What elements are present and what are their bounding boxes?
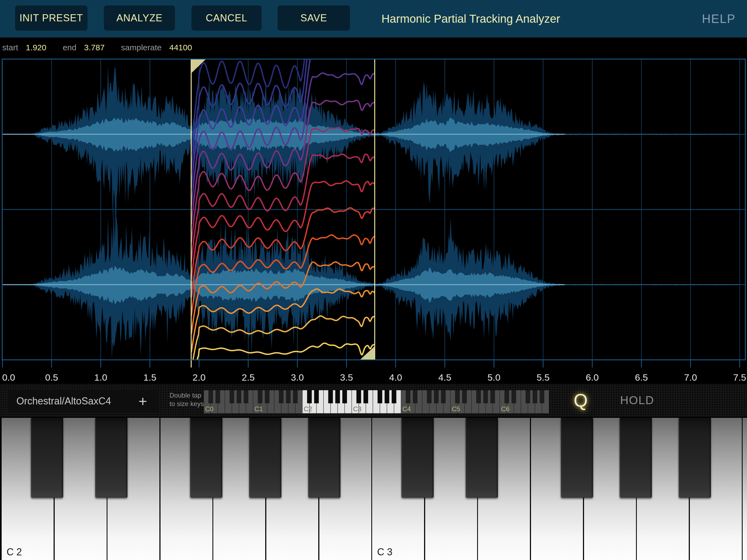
waveform-body-channel2 — [3, 266, 738, 305]
axis-label-2.0: 2.0 — [192, 372, 205, 383]
mini-black-key[interactable] — [363, 390, 368, 403]
axis-label-4.0: 4.0 — [389, 372, 402, 383]
start-value: 1.920 — [26, 43, 46, 52]
mini-black-key[interactable] — [413, 390, 417, 403]
mini-black-key[interactable] — [378, 390, 382, 403]
mini-black-key[interactable] — [455, 390, 460, 403]
keyboard-size-hint: Double tap to size keys — [170, 391, 204, 408]
black-key[interactable] — [190, 418, 222, 498]
mini-black-key[interactable] — [385, 390, 389, 403]
axis-label-1.5: 1.5 — [144, 372, 156, 383]
save-button[interactable]: SAVE — [278, 5, 350, 31]
axis-label-6.5: 6.5 — [635, 372, 648, 383]
axis-label-3.0: 3.0 — [291, 372, 304, 383]
selection-end-handle[interactable] — [360, 346, 375, 360]
axis-label-5.0: 5.0 — [488, 372, 500, 383]
mini-black-key[interactable] — [462, 390, 467, 403]
partial-tracks-group — [191, 0, 374, 384]
waveform-peaks-channel2 — [3, 207, 738, 359]
mini-black-key[interactable] — [335, 390, 340, 403]
axis-label-7.0: 7.0 — [684, 372, 697, 383]
preset-selector[interactable]: Orchestral/AltoSaxC4 + — [8, 389, 159, 413]
mini-black-key[interactable] — [427, 390, 432, 403]
partial-track-7 — [191, 181, 374, 279]
mini-black-key[interactable] — [286, 390, 291, 403]
partial-track-3 — [191, 289, 374, 352]
mini-black-key[interactable] — [342, 390, 347, 403]
quantize-button[interactable]: Q — [574, 384, 588, 417]
mini-black-key[interactable] — [314, 390, 319, 403]
analyze-button[interactable]: ANALYZE — [104, 5, 175, 31]
black-key[interactable] — [95, 418, 127, 498]
mini-black-key[interactable] — [476, 390, 481, 403]
waveform-peaks-channel1 — [3, 66, 738, 236]
selection-info-row: start 1.920 end 3.787 samplerate 44100 — [2, 42, 200, 54]
init-preset-button[interactable]: INIT PRESET — [15, 5, 87, 31]
mini-black-key[interactable] — [441, 390, 446, 403]
mini-black-key[interactable] — [236, 390, 241, 403]
axis-label-7.5: 7.5 — [733, 372, 746, 383]
mini-octave-label-C4: C4 — [403, 405, 411, 413]
hold-toggle[interactable]: HOLD — [620, 384, 654, 417]
mini-black-key[interactable] — [258, 390, 262, 403]
waveform-plot[interactable]: 0.00.51.01.52.02.53.03.54.04.55.05.56.06… — [0, 0, 747, 384]
mini-black-key[interactable] — [279, 390, 284, 403]
mini-black-key[interactable] — [533, 390, 537, 403]
black-key[interactable] — [620, 418, 652, 498]
mini-octave-label-C5: C5 — [452, 405, 460, 413]
waveform-body-channel1 — [3, 118, 738, 152]
selection-start-handle[interactable] — [191, 59, 206, 73]
mini-octave-label-C3: C3 — [353, 405, 361, 413]
partial-track-5 — [191, 235, 374, 315]
mini-black-key[interactable] — [406, 390, 410, 403]
axis-label-5.5: 5.5 — [537, 372, 549, 383]
mini-black-key[interactable] — [490, 390, 495, 403]
black-key[interactable] — [249, 418, 281, 498]
black-key[interactable] — [561, 418, 593, 498]
partial-track-10 — [191, 100, 374, 224]
mini-black-key[interactable] — [483, 390, 488, 403]
piano-keyboard[interactable]: C 2C 3 — [0, 418, 747, 560]
axis-label-2.5: 2.5 — [242, 372, 255, 383]
mini-black-key[interactable] — [434, 390, 439, 403]
black-key[interactable] — [402, 418, 434, 498]
axis-label-0.0: 0.0 — [2, 372, 15, 383]
keyboard-range-overview[interactable]: C0C1C2C3C4C5C6 — [204, 390, 549, 414]
mini-black-key[interactable] — [391, 390, 396, 403]
key-octave-label: C 2 — [6, 546, 22, 558]
black-key[interactable] — [31, 418, 63, 498]
add-preset-button[interactable]: + — [138, 389, 147, 413]
black-key[interactable] — [679, 418, 711, 498]
end-value: 3.787 — [84, 43, 105, 52]
mini-black-key[interactable] — [505, 390, 509, 403]
mini-black-key[interactable] — [265, 390, 269, 403]
key-octave-label: C 3 — [377, 546, 392, 558]
mini-black-key[interactable] — [243, 390, 248, 403]
mini-black-key[interactable] — [307, 390, 312, 403]
mini-black-key[interactable] — [328, 390, 333, 403]
hint-line-1: Double tap — [170, 391, 204, 400]
keyboard-control-bar: Orchestral/AltoSaxC4 + Double tap to siz… — [0, 384, 747, 418]
partial-track-6 — [191, 208, 374, 297]
app-window: INIT PRESET ANALYZE CANCEL SAVE Harmonic… — [0, 0, 747, 560]
mini-black-key[interactable] — [208, 390, 213, 403]
black-key[interactable] — [466, 418, 498, 498]
mini-octave-label-C2: C2 — [304, 405, 312, 413]
mini-black-key[interactable] — [512, 390, 516, 403]
white-key[interactable] — [743, 418, 747, 560]
axis-label-0.5: 0.5 — [45, 372, 58, 383]
help-button[interactable]: HELP — [702, 0, 736, 37]
mini-black-key[interactable] — [525, 390, 530, 403]
black-key[interactable] — [308, 418, 340, 498]
mini-octave-label-C0: C0 — [205, 405, 213, 413]
samplerate-value: 44100 — [169, 43, 192, 52]
cancel-button[interactable]: CANCEL — [191, 5, 262, 31]
end-label: end — [62, 43, 76, 52]
mini-black-key[interactable] — [230, 390, 234, 403]
mini-black-key[interactable] — [215, 390, 220, 403]
mini-black-key[interactable] — [293, 390, 298, 403]
partial-track-12 — [191, 46, 374, 187]
mini-black-key[interactable] — [357, 390, 361, 403]
mini-black-key[interactable] — [540, 390, 544, 403]
partial-track-13 — [191, 19, 374, 170]
